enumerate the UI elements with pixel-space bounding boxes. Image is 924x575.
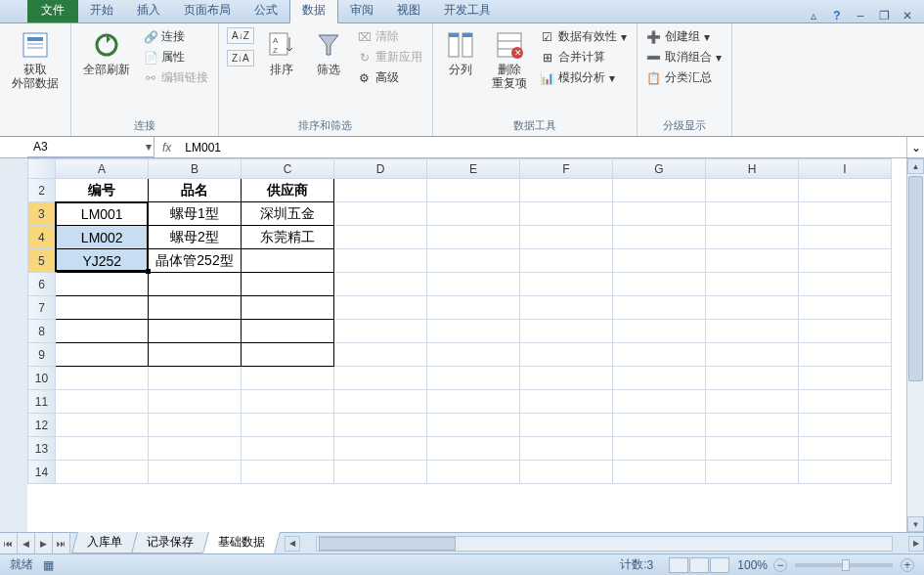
cell-G11[interactable] (613, 390, 706, 414)
column-header-C[interactable]: C (242, 159, 334, 179)
cell-C7[interactable] (242, 296, 334, 320)
formula-input[interactable] (179, 137, 906, 157)
cell-C9[interactable] (242, 343, 334, 367)
cell-D13[interactable] (334, 437, 427, 461)
cell-D7[interactable] (334, 296, 427, 320)
scroll-right-button[interactable]: ▶ (908, 536, 924, 552)
zoom-slider[interactable] (795, 563, 893, 567)
cell-F11[interactable] (520, 390, 613, 414)
cell-F9[interactable] (520, 343, 613, 367)
grid-table[interactable]: ABCDEFGHI 2编号品名供应商3LM001螺母1型深圳五金4LM002螺母… (27, 158, 892, 484)
tab-file[interactable]: 文件 (27, 0, 78, 22)
cell-B11[interactable] (149, 390, 242, 414)
sheet-nav-prev[interactable]: ◀ (18, 533, 35, 553)
cell-A2[interactable]: 编号 (56, 179, 149, 202)
scroll-left-button[interactable]: ◀ (285, 536, 300, 552)
cell-B4[interactable]: 螺母2型 (149, 226, 242, 249)
cell-I4[interactable] (799, 226, 892, 249)
column-header-I[interactable]: I (799, 159, 892, 179)
cell-C2[interactable]: 供应商 (242, 179, 334, 202)
cell-D2[interactable] (334, 179, 427, 202)
cell-G7[interactable] (613, 296, 706, 320)
cell-A10[interactable] (56, 367, 149, 390)
column-header-F[interactable]: F (520, 159, 613, 179)
zoom-in-button[interactable]: + (901, 558, 914, 572)
cell-C10[interactable] (242, 367, 334, 390)
cell-F10[interactable] (520, 367, 613, 390)
cell-I14[interactable] (799, 461, 892, 484)
row-header-2[interactable]: 2 (28, 179, 56, 202)
cell-B12[interactable] (149, 414, 242, 437)
fill-handle[interactable] (146, 269, 151, 274)
tab-home[interactable]: 开始 (78, 0, 125, 22)
ungroup-button[interactable]: ➖取消组合 ▾ (645, 48, 724, 66)
fx-icon[interactable]: fx (162, 141, 171, 155)
cell-A14[interactable] (56, 461, 149, 484)
sort-desc-button[interactable]: Z↓A (227, 50, 254, 66)
view-page-layout[interactable] (689, 557, 709, 573)
expand-formula-bar[interactable]: ⌄ (906, 137, 924, 157)
cell-G9[interactable] (613, 343, 706, 367)
cell-I5[interactable] (799, 249, 892, 273)
cell-E2[interactable] (427, 179, 520, 202)
name-box-input[interactable] (33, 140, 121, 154)
cell-C5[interactable] (242, 249, 334, 273)
cell-H7[interactable] (706, 296, 799, 320)
cell-B8[interactable] (149, 320, 242, 343)
group-button[interactable]: ➕创建组 ▾ (645, 27, 724, 46)
cell-E11[interactable] (427, 390, 520, 414)
cell-B7[interactable] (149, 296, 242, 320)
properties-button[interactable]: 📄属性 (142, 48, 210, 66)
row-header-9[interactable]: 9 (28, 343, 56, 367)
cell-C4[interactable]: 东莞精工 (242, 226, 334, 249)
cell-F12[interactable] (520, 414, 613, 437)
cell-I7[interactable] (799, 296, 892, 320)
cell-D6[interactable] (334, 273, 427, 296)
scroll-down-button[interactable]: ▼ (907, 516, 924, 532)
cell-F13[interactable] (520, 437, 613, 461)
cell-H3[interactable] (706, 202, 799, 226)
cell-I2[interactable] (799, 179, 892, 202)
cell-E7[interactable] (427, 296, 520, 320)
cell-B14[interactable] (149, 461, 242, 484)
help-icon[interactable]: ? (830, 9, 844, 22)
cell-G4[interactable] (613, 226, 706, 249)
name-box[interactable]: ▾ (27, 137, 154, 157)
cell-I6[interactable] (799, 273, 892, 296)
cell-I10[interactable] (799, 367, 892, 390)
tab-developer[interactable]: 开发工具 (432, 0, 503, 22)
column-header-A[interactable]: A (56, 159, 149, 179)
cell-A12[interactable] (56, 414, 149, 437)
sheet-nav-last[interactable]: ⏭ (53, 533, 70, 553)
cell-G8[interactable] (613, 320, 706, 343)
cell-I9[interactable] (799, 343, 892, 367)
text-to-columns-button[interactable]: 分列 (441, 27, 480, 78)
cell-D3[interactable] (334, 202, 427, 226)
cell-D4[interactable] (334, 226, 427, 249)
tab-review[interactable]: 审阅 (338, 0, 385, 22)
cell-H5[interactable] (706, 249, 799, 273)
cell-G13[interactable] (613, 437, 706, 461)
window-minimize-icon[interactable]: – (854, 9, 867, 22)
cell-H9[interactable] (706, 343, 799, 367)
window-restore-icon[interactable]: ❐ (877, 9, 891, 22)
data-validation-button[interactable]: ☑数据有效性 ▾ (539, 27, 629, 46)
cell-G2[interactable] (613, 179, 706, 202)
remove-duplicates-button[interactable]: ✕ 删除 重复项 (488, 27, 531, 93)
cell-A5[interactable]: YJ252 (56, 249, 149, 273)
cell-F6[interactable] (520, 273, 613, 296)
cell-G6[interactable] (613, 273, 706, 296)
cell-F2[interactable] (520, 179, 613, 202)
cell-E13[interactable] (427, 437, 520, 461)
cell-I3[interactable] (799, 202, 892, 226)
row-header-7[interactable]: 7 (28, 296, 56, 320)
cell-E3[interactable] (427, 202, 520, 226)
cell-E10[interactable] (427, 367, 520, 390)
cell-B3[interactable]: 螺母1型 (149, 202, 242, 226)
sheet-nav-next[interactable]: ▶ (35, 533, 53, 553)
horizontal-scrollbar[interactable]: ◀ ▶ (285, 533, 924, 553)
cell-A13[interactable] (56, 437, 149, 461)
cell-H12[interactable] (706, 414, 799, 437)
cell-B2[interactable]: 品名 (149, 179, 242, 202)
cell-G14[interactable] (613, 461, 706, 484)
